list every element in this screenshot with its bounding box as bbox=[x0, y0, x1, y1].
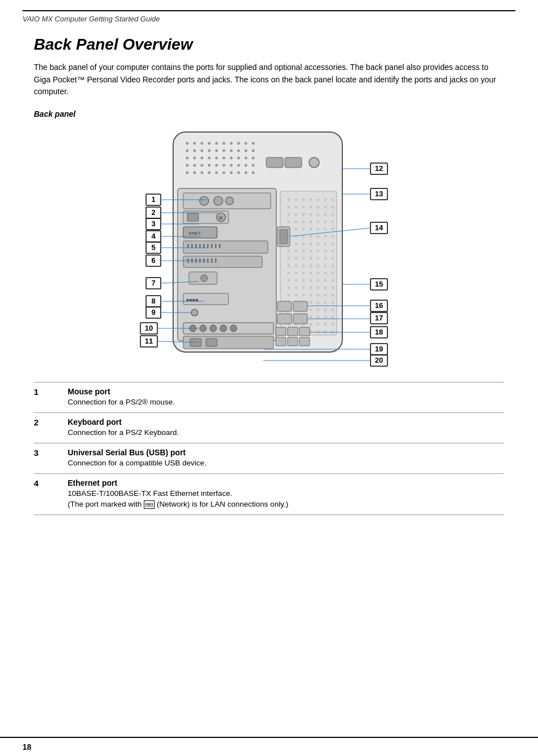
svg-point-36 bbox=[223, 164, 226, 167]
svg-point-35 bbox=[215, 164, 218, 167]
svg-point-57 bbox=[214, 196, 223, 205]
svg-point-110 bbox=[317, 206, 319, 208]
svg-point-202 bbox=[324, 301, 327, 304]
svg-point-12 bbox=[193, 150, 196, 152]
svg-point-187 bbox=[317, 287, 319, 289]
svg-point-209 bbox=[324, 309, 327, 311]
svg-point-144 bbox=[310, 243, 312, 245]
svg-rect-233 bbox=[293, 301, 307, 311]
svg-point-140 bbox=[332, 235, 334, 238]
svg-rect-73 bbox=[215, 244, 217, 248]
svg-point-137 bbox=[310, 235, 312, 238]
svg-text:13: 13 bbox=[375, 190, 383, 198]
svg-point-163 bbox=[295, 265, 297, 267]
svg-point-128 bbox=[295, 228, 297, 230]
svg-point-224 bbox=[332, 323, 334, 326]
svg-point-188 bbox=[324, 287, 327, 289]
svg-point-210 bbox=[332, 309, 334, 311]
svg-point-4 bbox=[208, 142, 211, 145]
port-detail: Ethernet port10BASE-T/100BASE-TX Fast Et… bbox=[68, 473, 504, 515]
svg-rect-236 bbox=[276, 327, 286, 336]
svg-point-167 bbox=[324, 265, 327, 267]
port-number: 3 bbox=[34, 443, 68, 473]
svg-point-93 bbox=[220, 325, 227, 332]
svg-point-16 bbox=[223, 150, 226, 152]
svg-point-53 bbox=[309, 157, 319, 168]
svg-rect-81 bbox=[207, 258, 209, 263]
svg-point-14 bbox=[208, 150, 211, 152]
svg-text:17: 17 bbox=[375, 314, 383, 322]
svg-point-114 bbox=[295, 213, 297, 216]
port-detail: Universal Serial Bus (USB) portConnectio… bbox=[68, 443, 504, 473]
svg-point-18 bbox=[237, 150, 240, 152]
svg-point-56 bbox=[200, 196, 209, 205]
port-name: Mouse port bbox=[68, 387, 501, 396]
svg-point-157 bbox=[302, 257, 305, 260]
svg-point-223 bbox=[324, 323, 327, 326]
port-name: Keyboard port bbox=[68, 417, 501, 427]
svg-point-7 bbox=[230, 142, 233, 145]
diagram-container: ⊟ ENET bbox=[34, 126, 504, 372]
svg-text:4: 4 bbox=[151, 232, 156, 240]
svg-point-142 bbox=[295, 243, 297, 245]
svg-rect-243 bbox=[280, 230, 288, 244]
svg-point-152 bbox=[317, 250, 319, 252]
svg-point-91 bbox=[200, 325, 206, 332]
svg-text:2: 2 bbox=[151, 208, 155, 217]
port-desc: Connection for a PS/2 Keyboard. bbox=[68, 428, 501, 438]
svg-point-1 bbox=[186, 142, 189, 145]
svg-point-43 bbox=[201, 172, 204, 174]
svg-point-85 bbox=[201, 275, 208, 282]
svg-point-221 bbox=[310, 323, 312, 326]
svg-point-170 bbox=[295, 272, 297, 274]
svg-point-217 bbox=[332, 316, 334, 318]
svg-point-193 bbox=[310, 294, 312, 296]
svg-point-189 bbox=[332, 287, 334, 289]
svg-rect-60 bbox=[187, 213, 199, 221]
svg-point-196 bbox=[332, 294, 334, 296]
svg-rect-52 bbox=[285, 157, 302, 168]
svg-point-105 bbox=[332, 199, 334, 201]
svg-point-151 bbox=[310, 250, 312, 252]
svg-point-116 bbox=[310, 213, 312, 216]
port-name: Universal Serial Bus (USB) port bbox=[68, 448, 501, 457]
svg-text:10: 10 bbox=[145, 324, 153, 332]
content-area: Back Panel Overview The back panel of yo… bbox=[0, 23, 538, 737]
svg-text:12: 12 bbox=[375, 164, 383, 173]
svg-point-41 bbox=[186, 172, 189, 174]
svg-point-183 bbox=[288, 287, 290, 289]
svg-point-117 bbox=[317, 213, 319, 216]
svg-point-42 bbox=[193, 172, 196, 174]
svg-point-32 bbox=[193, 164, 196, 167]
svg-point-123 bbox=[310, 221, 312, 223]
svg-point-176 bbox=[288, 279, 290, 282]
svg-point-50 bbox=[252, 172, 255, 174]
svg-text:7: 7 bbox=[151, 279, 155, 287]
svg-point-194 bbox=[317, 294, 319, 296]
svg-rect-97 bbox=[206, 339, 217, 346]
svg-point-106 bbox=[288, 206, 290, 208]
svg-point-156 bbox=[295, 257, 297, 260]
svg-point-100 bbox=[295, 199, 297, 201]
svg-point-45 bbox=[215, 172, 218, 174]
svg-point-49 bbox=[245, 172, 248, 174]
svg-point-181 bbox=[324, 279, 327, 282]
svg-point-26 bbox=[223, 157, 226, 160]
svg-rect-232 bbox=[277, 301, 292, 311]
svg-point-9 bbox=[245, 142, 248, 145]
back-panel-diagram: ⊟ ENET bbox=[105, 126, 433, 372]
svg-text:16: 16 bbox=[375, 301, 383, 310]
svg-point-159 bbox=[317, 257, 319, 260]
svg-text:9: 9 bbox=[151, 308, 155, 317]
svg-point-39 bbox=[245, 164, 248, 167]
svg-point-113 bbox=[288, 213, 290, 216]
svg-point-121 bbox=[295, 221, 297, 223]
svg-point-47 bbox=[230, 172, 233, 174]
svg-point-146 bbox=[324, 243, 327, 245]
svg-point-92 bbox=[210, 325, 217, 332]
svg-point-158 bbox=[310, 257, 312, 260]
svg-rect-235 bbox=[293, 314, 307, 324]
port-desc: 10BASE-T/100BASE-TX Fast Ethernet interf… bbox=[68, 489, 501, 510]
svg-point-131 bbox=[317, 228, 319, 230]
port-table: 1Mouse portConnection for a PS/2® mouse.… bbox=[34, 382, 504, 515]
